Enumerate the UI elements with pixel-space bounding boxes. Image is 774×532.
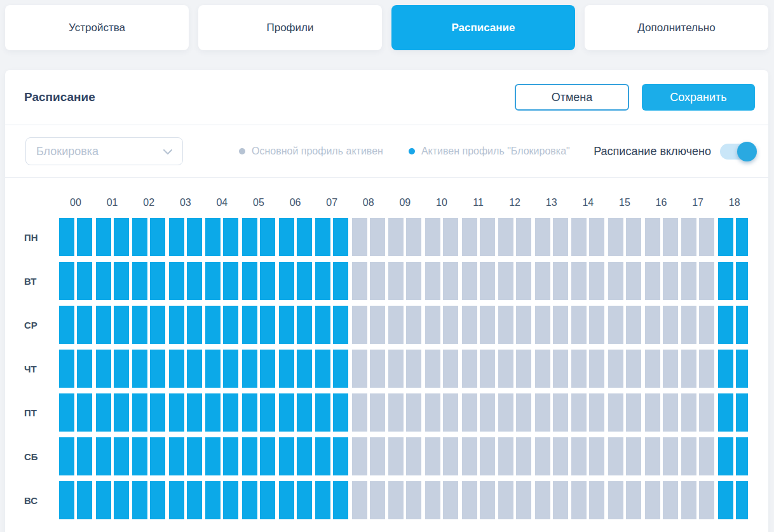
schedule-cell-СБ-13-30[interactable] <box>553 437 568 475</box>
schedule-cell-ВТ-08-30[interactable] <box>370 262 385 300</box>
schedule-cell-ВС-15-00[interactable] <box>608 481 623 519</box>
schedule-cell-ПТ-10-30[interactable] <box>443 393 458 432</box>
schedule-cell-ПТ-03-30[interactable] <box>187 393 202 432</box>
schedule-cell-ВТ-07-00[interactable] <box>315 262 330 300</box>
schedule-cell-СР-16-00[interactable] <box>645 306 660 344</box>
schedule-cell-ЧТ-04-00[interactable] <box>205 350 221 388</box>
schedule-cell-СР-04-30[interactable] <box>223 306 238 344</box>
schedule-cell-СР-00-00[interactable] <box>59 306 74 344</box>
schedule-cell-ЧТ-09-30[interactable] <box>406 350 421 388</box>
schedule-cell-ВС-11-30[interactable] <box>480 481 495 519</box>
schedule-cell-ВС-13-00[interactable] <box>535 481 550 519</box>
schedule-cell-ЧТ-11-00[interactable] <box>462 350 477 388</box>
schedule-cell-ВТ-13-30[interactable] <box>553 262 568 300</box>
schedule-cell-ПН-18-30[interactable] <box>736 218 748 256</box>
schedule-cell-ПН-12-30[interactable] <box>516 218 531 256</box>
schedule-cell-ЧТ-17-00[interactable] <box>681 350 696 388</box>
schedule-cell-ВТ-11-30[interactable] <box>480 262 495 300</box>
schedule-cell-ВТ-00-30[interactable] <box>77 262 92 300</box>
schedule-cell-ПН-07-00[interactable] <box>315 218 330 256</box>
schedule-cell-ВС-14-00[interactable] <box>571 481 587 519</box>
schedule-cell-ПТ-03-00[interactable] <box>169 393 184 432</box>
schedule-cell-ПН-18-00[interactable] <box>718 218 733 256</box>
schedule-cell-ПН-01-00[interactable] <box>96 218 111 256</box>
schedule-cell-ВТ-02-00[interactable] <box>132 262 147 300</box>
schedule-cell-СБ-17-30[interactable] <box>699 437 714 475</box>
schedule-cell-СР-11-30[interactable] <box>480 306 495 344</box>
schedule-cell-ЧТ-01-30[interactable] <box>114 350 129 388</box>
schedule-cell-СБ-15-30[interactable] <box>626 437 641 475</box>
tab-devices[interactable]: Устройства <box>5 5 189 50</box>
schedule-cell-СР-10-30[interactable] <box>443 306 458 344</box>
schedule-cell-ПТ-11-30[interactable] <box>480 393 495 432</box>
schedule-cell-ЧТ-13-00[interactable] <box>535 350 550 388</box>
schedule-cell-ВТ-02-30[interactable] <box>150 262 165 300</box>
schedule-cell-СБ-15-00[interactable] <box>608 437 623 475</box>
schedule-cell-ВС-03-00[interactable] <box>169 481 184 519</box>
schedule-cell-СР-06-00[interactable] <box>279 306 294 344</box>
schedule-cell-ПТ-16-00[interactable] <box>645 393 660 432</box>
schedule-cell-СБ-12-30[interactable] <box>516 437 531 475</box>
schedule-cell-ВС-11-00[interactable] <box>462 481 477 519</box>
schedule-cell-ПН-07-30[interactable] <box>333 218 348 256</box>
schedule-cell-ПТ-07-30[interactable] <box>333 393 348 432</box>
schedule-cell-ПТ-07-00[interactable] <box>315 393 330 432</box>
schedule-cell-ЧТ-08-00[interactable] <box>352 350 367 388</box>
schedule-cell-ВС-10-30[interactable] <box>443 481 458 519</box>
schedule-cell-ВС-13-30[interactable] <box>553 481 568 519</box>
schedule-cell-СР-14-00[interactable] <box>571 306 587 344</box>
schedule-cell-СР-16-30[interactable] <box>663 306 678 344</box>
schedule-cell-СБ-16-00[interactable] <box>645 437 660 475</box>
schedule-cell-ПН-09-00[interactable] <box>388 218 404 256</box>
schedule-cell-ЧТ-02-00[interactable] <box>132 350 147 388</box>
schedule-cell-ПН-17-00[interactable] <box>681 218 696 256</box>
schedule-cell-ЧТ-14-00[interactable] <box>571 350 587 388</box>
schedule-cell-ПН-11-30[interactable] <box>480 218 495 256</box>
schedule-cell-ПТ-00-00[interactable] <box>59 393 74 432</box>
schedule-cell-СБ-05-00[interactable] <box>242 437 257 475</box>
schedule-cell-ПТ-01-00[interactable] <box>96 393 111 432</box>
schedule-cell-ЧТ-15-30[interactable] <box>626 350 641 388</box>
schedule-cell-ЧТ-03-00[interactable] <box>169 350 184 388</box>
schedule-cell-ЧТ-08-30[interactable] <box>370 350 385 388</box>
schedule-cell-ВТ-03-30[interactable] <box>187 262 202 300</box>
schedule-cell-СР-02-30[interactable] <box>150 306 165 344</box>
schedule-cell-СБ-18-30[interactable] <box>736 437 748 475</box>
schedule-cell-СР-03-30[interactable] <box>187 306 202 344</box>
profile-select[interactable]: Блокировка <box>25 137 183 165</box>
schedule-cell-ПН-14-00[interactable] <box>571 218 587 256</box>
schedule-cell-ВС-02-00[interactable] <box>132 481 147 519</box>
schedule-cell-ПТ-14-00[interactable] <box>571 393 587 432</box>
schedule-cell-ВС-07-00[interactable] <box>315 481 330 519</box>
cancel-button[interactable]: Отмена <box>515 84 629 111</box>
schedule-cell-ПН-05-30[interactable] <box>260 218 275 256</box>
schedule-enabled-toggle[interactable] <box>720 144 756 160</box>
schedule-cell-ПН-00-30[interactable] <box>77 218 92 256</box>
schedule-cell-ПТ-06-30[interactable] <box>297 393 312 432</box>
schedule-cell-ПТ-05-30[interactable] <box>260 393 275 432</box>
schedule-cell-СБ-09-30[interactable] <box>406 437 421 475</box>
schedule-cell-ПН-15-00[interactable] <box>608 218 623 256</box>
schedule-cell-ПТ-11-00[interactable] <box>462 393 477 432</box>
schedule-cell-ВС-18-00[interactable] <box>718 481 733 519</box>
schedule-cell-ВТ-08-00[interactable] <box>352 262 367 300</box>
schedule-cell-ПН-02-30[interactable] <box>150 218 165 256</box>
schedule-cell-СБ-01-30[interactable] <box>114 437 129 475</box>
schedule-cell-ПТ-08-00[interactable] <box>352 393 367 432</box>
schedule-cell-ВС-12-30[interactable] <box>516 481 531 519</box>
schedule-cell-СБ-07-00[interactable] <box>315 437 330 475</box>
schedule-cell-ВТ-09-00[interactable] <box>388 262 404 300</box>
schedule-cell-СБ-11-30[interactable] <box>480 437 495 475</box>
schedule-cell-СБ-17-00[interactable] <box>681 437 696 475</box>
schedule-cell-ВС-08-00[interactable] <box>352 481 367 519</box>
schedule-cell-ПТ-14-30[interactable] <box>589 393 604 432</box>
schedule-cell-ВС-05-00[interactable] <box>242 481 257 519</box>
schedule-cell-ВТ-10-30[interactable] <box>443 262 458 300</box>
schedule-cell-СР-01-30[interactable] <box>114 306 129 344</box>
schedule-cell-ПТ-13-00[interactable] <box>535 393 550 432</box>
schedule-cell-СБ-12-00[interactable] <box>498 437 513 475</box>
schedule-cell-ВТ-18-00[interactable] <box>718 262 733 300</box>
schedule-cell-ВТ-05-00[interactable] <box>242 262 257 300</box>
schedule-cell-ВТ-04-30[interactable] <box>223 262 238 300</box>
schedule-cell-СБ-16-30[interactable] <box>663 437 678 475</box>
